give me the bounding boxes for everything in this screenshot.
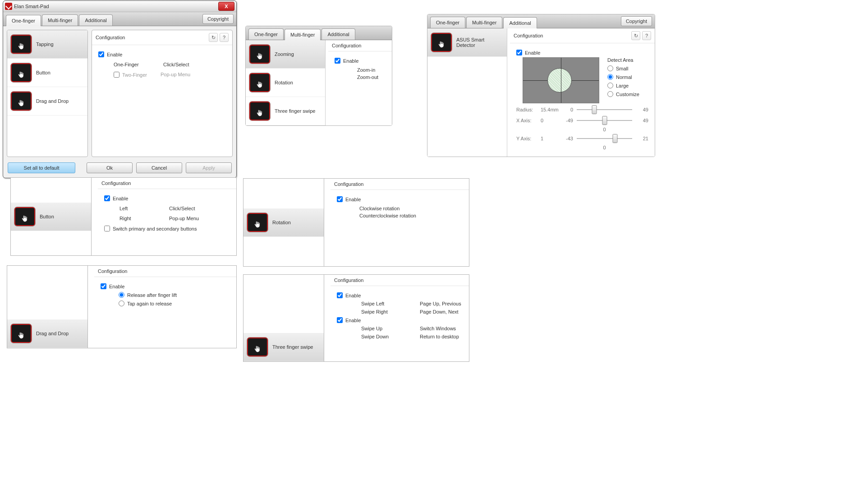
enable-checkbox[interactable]: Enable <box>335 58 386 64</box>
detect-area-label: Detect Area <box>607 57 639 63</box>
radius-slider[interactable] <box>577 105 632 114</box>
zoom-icon <box>249 45 270 64</box>
enable-checkbox[interactable]: Enable <box>337 196 463 202</box>
enable-horizontal-checkbox[interactable]: Enable <box>337 292 463 298</box>
apply-button[interactable]: Apply <box>186 162 232 173</box>
popup-label: Pop-up Menu <box>161 72 190 78</box>
sidebar-item-drag[interactable]: Drag and Drop <box>7 87 87 116</box>
yaxis-slider[interactable] <box>577 134 632 143</box>
close-icon: X <box>225 4 228 9</box>
radio-customize[interactable]: Customize <box>607 91 639 97</box>
rotation-icon <box>247 213 268 232</box>
sidebar-item-swipe[interactable]: Three finger swipe <box>246 97 325 125</box>
sidebar-item-rotation[interactable]: Rotation <box>246 69 325 97</box>
sidebar-item-drag[interactable]: Drag and Drop <box>7 319 87 348</box>
yaxis-label: Y Axis: <box>516 136 537 141</box>
radio-release-lift[interactable]: Release after finger lift <box>119 292 230 298</box>
swipe-icon <box>247 337 268 356</box>
sidebar-item-tapping[interactable]: Tapping <box>7 30 87 59</box>
item-label: Tapping <box>36 42 54 47</box>
twofinger-checkbox[interactable]: Two-Finger <box>114 72 147 78</box>
sidebar-item-rotation[interactable]: Rotation <box>243 208 324 237</box>
radius-label: Radius: <box>516 107 537 112</box>
drag-icon <box>11 92 32 111</box>
tab-one-finger[interactable]: One-finger <box>6 15 41 26</box>
tab-additional[interactable]: Additional <box>321 28 355 40</box>
detect-preview <box>523 57 599 103</box>
refresh-button[interactable]: ↻ <box>209 33 218 42</box>
sidebar-item-swipe[interactable]: Three finger swipe <box>243 333 324 361</box>
panel-button-config: Button Configuration Enable LeftClick/Se… <box>10 177 237 256</box>
button-icon <box>14 207 35 226</box>
help-button[interactable]: ? <box>642 31 651 40</box>
cw-label: Clockwise rotation <box>359 206 463 211</box>
zoom-in-label: Zoom-in <box>357 67 386 73</box>
config-title: Configuration <box>98 268 127 274</box>
tab-one-finger[interactable]: One-finger <box>430 17 465 28</box>
yaxis-value: 1 <box>541 136 557 141</box>
cancel-button[interactable]: Cancel <box>136 162 182 173</box>
swipe-left-label: Swipe Left <box>361 301 402 306</box>
tab-multi-finger[interactable]: Multi-finger <box>285 29 321 40</box>
sidebar-item-button[interactable]: Button <box>7 59 87 87</box>
config-panel: Configuration ↻ ? Enable One-FingerClick… <box>92 30 233 157</box>
config-title: Configuration <box>514 33 543 38</box>
sidebar-item-button[interactable]: Button <box>11 203 91 231</box>
xaxis-value: 0 <box>541 118 557 123</box>
tab-strip: One-finger Multi-finger Additional Copyr… <box>3 12 236 26</box>
config-title: Configuration <box>334 277 363 283</box>
swipe-down-label: Swipe Down <box>361 334 402 339</box>
config-title: Configuration <box>334 181 363 187</box>
item-label: Button <box>36 70 51 75</box>
swipe-left-value: Page Up, Previous <box>420 301 461 306</box>
switch-buttons-checkbox[interactable]: Switch primary and secondary buttons <box>104 226 230 231</box>
right-label: Right <box>119 216 156 221</box>
tab-multi-finger[interactable]: Multi-finger <box>466 17 502 28</box>
tab-additional[interactable]: Additional <box>79 14 112 26</box>
popup-label: Pop-up Menu <box>169 216 199 221</box>
refresh-icon: ↻ <box>634 33 638 39</box>
tab-multi-finger[interactable]: Multi-finger <box>42 14 78 26</box>
slider-thumb-icon[interactable] <box>602 116 607 125</box>
xaxis-slider[interactable] <box>577 116 632 125</box>
help-icon: ? <box>223 35 225 40</box>
radio-tap-release[interactable]: Tap again to release <box>119 300 230 306</box>
tab-one-finger[interactable]: One-finger <box>248 28 284 40</box>
sidebar-item-zooming[interactable]: Zooming <box>246 40 325 69</box>
help-button[interactable]: ? <box>220 33 229 42</box>
titlebar[interactable]: Elan Smart-Pad X <box>3 1 236 12</box>
swipe-up-label: Swipe Up <box>361 326 402 331</box>
radio-small[interactable]: Small <box>607 65 639 71</box>
enable-checkbox[interactable]: Enable <box>516 50 648 55</box>
panel-rotation-config: Rotation Configuration Enable Clockwise … <box>243 178 469 267</box>
close-button[interactable]: X <box>218 2 234 11</box>
ok-button[interactable]: Ok <box>87 162 133 173</box>
button-row: Set all to default Ok Cancel Apply <box>3 161 236 178</box>
main-window: Elan Smart-Pad X One-finger Multi-finger… <box>3 0 237 178</box>
app-logo-icon <box>5 3 12 10</box>
button-icon <box>11 63 32 82</box>
panel-multifinger: One-finger Multi-finger Additional Zoomi… <box>245 26 392 126</box>
xaxis-label: X Axis: <box>516 118 537 123</box>
tab-additional[interactable]: Additional <box>503 17 537 28</box>
slider-thumb-icon[interactable] <box>612 134 617 143</box>
swipe-icon <box>249 102 270 120</box>
enable-checkbox[interactable]: Enable <box>104 195 230 201</box>
window-title: Elan Smart-Pad <box>14 4 49 9</box>
swipe-up-value: Switch Windows <box>420 326 456 331</box>
refresh-button[interactable]: ↻ <box>631 31 640 40</box>
radio-large[interactable]: Large <box>607 83 639 88</box>
radio-normal[interactable]: Normal <box>607 74 639 80</box>
sidebar-item-detector[interactable]: ASUS Smart Detector <box>427 28 507 57</box>
drag-icon <box>11 324 32 343</box>
set-default-button[interactable]: Set all to default <box>8 162 75 173</box>
click-label: Click/Select <box>169 206 195 211</box>
tapping-icon <box>11 35 32 54</box>
side-list: Tapping Button Drag and Drop <box>7 30 88 157</box>
slider-thumb-icon[interactable] <box>592 105 597 114</box>
enable-vertical-checkbox[interactable]: Enable <box>337 317 463 323</box>
enable-checkbox[interactable]: Enable <box>98 51 226 57</box>
copyright-button[interactable]: Copyright <box>202 14 234 24</box>
enable-checkbox[interactable]: Enable <box>101 283 230 289</box>
copyright-button[interactable]: Copyright <box>621 16 652 26</box>
